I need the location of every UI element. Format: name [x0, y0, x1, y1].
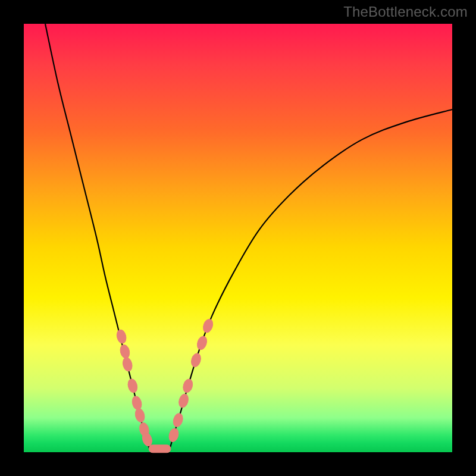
marker-bead: [134, 408, 146, 423]
marker-bead: [172, 412, 184, 428]
markers-group: [115, 318, 214, 447]
flat-segment-group: [149, 445, 170, 453]
curve-right-group: [170, 109, 452, 450]
marker-bead: [181, 378, 194, 393]
marker-bead: [177, 393, 190, 408]
marker-bead: [202, 318, 215, 334]
marker-bead: [127, 378, 139, 393]
plot-area: [24, 24, 452, 452]
chart-root: TheBottleneck.com: [0, 0, 476, 476]
marker-bead: [190, 352, 202, 368]
marker-bead: [196, 335, 209, 351]
marker-bead: [115, 329, 127, 345]
flat-segment: [149, 445, 170, 453]
marker-bead: [119, 344, 131, 359]
marker-bead: [168, 427, 180, 443]
curve-svg: [24, 24, 452, 452]
marker-bead: [121, 356, 133, 372]
watermark-text: TheBottleneck.com: [343, 4, 468, 20]
marker-bead: [131, 395, 143, 411]
curve-right: [170, 109, 452, 450]
